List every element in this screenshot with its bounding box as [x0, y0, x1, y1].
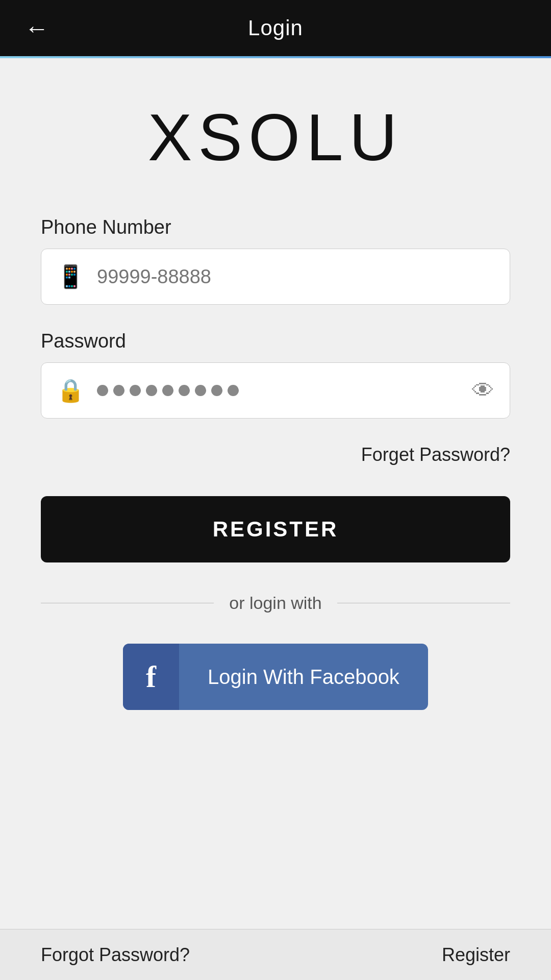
password-dot — [97, 385, 108, 396]
divider-text: or login with — [214, 593, 337, 613]
app-logo: XSOLU — [148, 99, 404, 176]
password-dot — [228, 385, 239, 396]
password-dot — [113, 385, 124, 396]
bottom-bar: Forgot Password? Register — [0, 929, 551, 980]
app-header: ← Login — [0, 0, 551, 56]
password-input-wrapper: 🔒 👁 — [41, 362, 510, 419]
password-label: Password — [41, 330, 510, 352]
password-dot — [146, 385, 157, 396]
phone-number-label: Phone Number — [41, 216, 510, 238]
password-dot — [211, 385, 222, 396]
lock-icon: 🔒 — [57, 377, 85, 404]
divider-row: or login with — [41, 593, 510, 613]
divider-line-right — [337, 603, 510, 603]
divider-line-left — [41, 603, 214, 603]
password-dots — [97, 385, 472, 396]
facebook-button-label: Login With Facebook — [179, 666, 428, 689]
header-title: Login — [248, 16, 303, 40]
phone-icon: 📱 — [57, 263, 85, 290]
password-dot — [179, 385, 190, 396]
password-dot — [130, 385, 141, 396]
facebook-login-button[interactable]: f Login With Facebook — [123, 644, 428, 710]
phone-input-wrapper: 📱 — [41, 249, 510, 305]
facebook-icon: f — [146, 659, 156, 695]
show-password-icon[interactable]: 👁 — [472, 378, 494, 403]
bottom-register-link[interactable]: Register — [442, 944, 510, 966]
password-dot — [195, 385, 206, 396]
logo-container: XSOLU — [41, 99, 510, 176]
password-dot — [162, 385, 173, 396]
back-button[interactable]: ← — [24, 14, 49, 42]
phone-input[interactable] — [97, 266, 494, 288]
forget-password-link[interactable]: Forget Password? — [361, 444, 510, 465]
register-button[interactable]: REGISTER — [41, 496, 510, 562]
forget-password-row: Forget Password? — [41, 444, 510, 465]
bottom-forgot-password-link[interactable]: Forgot Password? — [41, 944, 190, 966]
main-content: XSOLU Phone Number 📱 Password 🔒 👁 Forget… — [0, 58, 551, 710]
facebook-icon-area: f — [123, 644, 179, 710]
